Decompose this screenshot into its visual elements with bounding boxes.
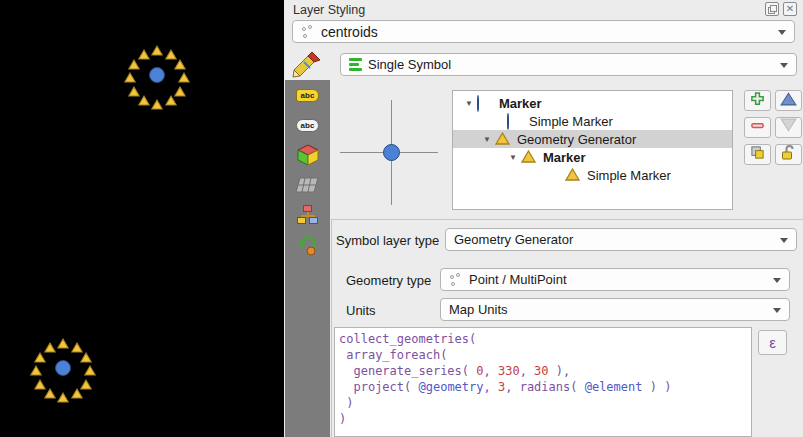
tab-labels[interactable]: abc [285, 80, 330, 110]
single-symbol-icon [349, 58, 362, 71]
code-line: generate_series( 0, 330, 30 ), [339, 363, 747, 379]
generated-triangle-marker [151, 96, 163, 114]
generated-triangle-marker [71, 385, 83, 403]
caret-down-icon[interactable]: ▼ [505, 153, 521, 162]
close-panel-icon[interactable]: ✕ [783, 2, 797, 16]
lock-color-button[interactable] [775, 144, 802, 165]
epsilon-icon: ε [769, 334, 776, 351]
diagram-icon [297, 204, 319, 226]
code-line: ) [339, 395, 747, 411]
divider [331, 219, 332, 437]
chevron-down-icon [773, 278, 781, 283]
symbology-tab[interactable] [292, 50, 324, 78]
add-symbol-layer-button[interactable] [744, 90, 771, 111]
units-label: Units [346, 303, 376, 318]
generated-triangle-marker [165, 92, 177, 110]
move-layer-down-button [775, 117, 802, 138]
duplicate-icon [749, 145, 766, 164]
tab-masks[interactable] [285, 170, 330, 200]
qgis-window: Layer Styling ✕ centroids Single Symbol [0, 0, 803, 437]
symbol-layer-type-dropdown[interactable]: Geometry Generator [445, 228, 797, 251]
panel-titlebar: Layer Styling ✕ [284, 0, 803, 19]
code-line: project( @geometry, 3, radians( @element… [339, 379, 747, 395]
point-geometry-icon [449, 273, 463, 287]
generated-triangle-marker [57, 335, 69, 353]
paintbrush-icon [292, 50, 322, 78]
renderer-value: Single Symbol [368, 57, 451, 72]
marker-triangle-icon [521, 150, 536, 164]
chevron-down-icon [780, 238, 788, 243]
caret-down-icon[interactable]: ▼ [461, 99, 477, 108]
move-layer-up-button[interactable] [775, 90, 802, 111]
tab-3d-view[interactable] [285, 140, 330, 170]
tab-history[interactable] [285, 230, 330, 260]
symbol-preview-marker [383, 144, 400, 161]
marker-triangle-icon [495, 132, 510, 146]
tab-diagrams[interactable] [285, 200, 330, 230]
styling-tabstrip: abc abc [285, 80, 330, 437]
minus-icon [749, 118, 766, 137]
centroid-point-feature [55, 360, 71, 376]
code-line: ) [339, 411, 747, 427]
marker-circle-icon [507, 114, 522, 128]
code-line: array_foreach( [339, 347, 747, 363]
undock-panel-icon[interactable] [765, 2, 779, 16]
tab-callouts[interactable]: abc [285, 110, 330, 140]
chevron-down-icon [773, 308, 781, 313]
generated-triangle-marker [57, 389, 69, 407]
tree-row-marker[interactable]: ▼Marker [453, 148, 732, 166]
generated-triangle-marker [151, 42, 163, 60]
cube-3d-icon [297, 144, 319, 166]
arrow-up-icon [780, 91, 797, 110]
tree-row-simple-marker[interactable]: Simple Marker [453, 112, 732, 130]
generated-triangle-marker [44, 339, 56, 357]
point-layer-icon [301, 25, 315, 39]
tree-row-label: Simple Marker [529, 114, 613, 129]
generated-triangle-marker [138, 46, 150, 64]
tree-row-label: Geometry Generator [517, 132, 636, 147]
units-dropdown[interactable]: Map Units [440, 298, 790, 321]
renderer-dropdown[interactable]: Single Symbol [340, 53, 797, 76]
geometry-type-label: Geometry type [346, 273, 431, 288]
symbol-layer-type-label: Symbol layer type [336, 233, 439, 248]
arrow-down-icon [780, 118, 797, 137]
tree-row-simple-marker[interactable]: Simple Marker [453, 166, 732, 184]
history-icon [297, 234, 319, 256]
tree-row-label: Simple Marker [587, 168, 671, 183]
tree-row-label: Marker [543, 150, 586, 165]
layer-styling-panel: Layer Styling ✕ centroids Single Symbol [284, 0, 803, 437]
label-tag-icon: abc [296, 89, 320, 102]
duplicate-symbol-layer-button[interactable] [744, 144, 771, 165]
remove-symbol-layer-button[interactable] [744, 117, 771, 138]
plus-icon [749, 91, 766, 110]
mask-icon [296, 176, 320, 194]
symbol-layer-type-value: Geometry Generator [454, 232, 573, 247]
marker-circle-icon [477, 96, 492, 110]
map-canvas[interactable] [0, 0, 284, 437]
marker-triangle-icon [565, 168, 580, 182]
geometry-type-value: Point / MultiPoint [469, 272, 567, 287]
layer-selector-dropdown[interactable]: centroids [292, 20, 795, 43]
panel-title: Layer Styling [293, 3, 365, 17]
unlock-icon [780, 145, 797, 165]
tree-row-label: Marker [499, 96, 542, 111]
geometry-type-dropdown[interactable]: Point / MultiPoint [440, 268, 790, 291]
expression-builder-button[interactable]: ε [758, 330, 787, 355]
chevron-down-icon [778, 30, 786, 35]
units-value: Map Units [449, 302, 508, 317]
divider [331, 219, 803, 220]
geometry-expression-editor[interactable]: collect_geometries( array_foreach( gener… [334, 327, 752, 437]
code-line: collect_geometries( [339, 331, 747, 347]
callout-cloud-icon: abc [296, 119, 320, 132]
tree-row-geometry-generator[interactable]: ▼Geometry Generator [453, 130, 732, 148]
chevron-down-icon [780, 63, 788, 68]
caret-down-icon[interactable]: ▼ [479, 135, 495, 144]
symbol-layer-tree: ▼MarkerSimple Marker▼Geometry Generator▼… [452, 90, 733, 210]
tree-row-marker[interactable]: ▼Marker [453, 94, 732, 112]
layer-selector-value: centroids [321, 24, 378, 40]
centroid-point-feature [149, 67, 165, 83]
